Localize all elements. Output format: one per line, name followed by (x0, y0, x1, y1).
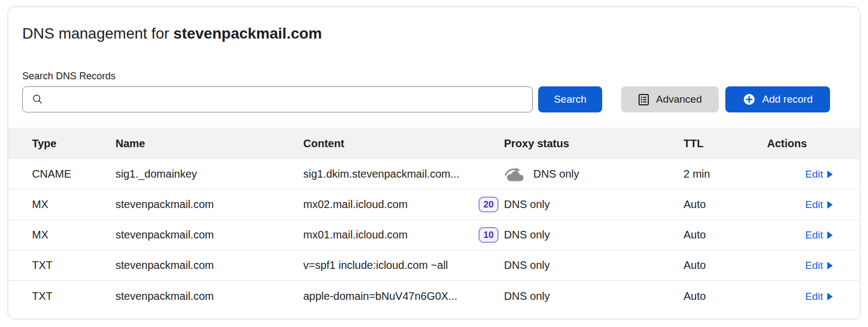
table-body: CNAME sig1._domainkey sig1.dkim.stevenpa… (8, 159, 860, 311)
record-name: stevenpackmail.com (116, 198, 303, 211)
header-proxy-status: Proxy status (504, 137, 675, 150)
edit-label: Edit (805, 260, 823, 272)
page-title-prefix: DNS management for (22, 25, 174, 42)
page-title: DNS management for stevenpackmail.com (22, 24, 846, 43)
record-ttl: Auto (675, 198, 760, 211)
search-button[interactable]: Search (538, 86, 602, 112)
search-section: Search DNS Records Search (8, 70, 860, 112)
header-content: Content (303, 137, 504, 150)
dns-management-card: DNS management for stevenpackmail.com Se… (8, 7, 860, 319)
proxy-status-label: DNS only (504, 229, 550, 241)
record-content: mx02.mail.icloud.com (303, 198, 478, 211)
list-document-icon (638, 93, 649, 106)
edit-label: Edit (805, 168, 823, 180)
edit-label: Edit (805, 291, 823, 303)
proxy-status-label: DNS only (504, 259, 550, 272)
proxy-status-cell: DNS only (504, 290, 675, 303)
table-row: TXT stevenpackmail.com apple-domain=bNuV… (8, 281, 860, 311)
proxy-status-cell: DNS only (504, 259, 675, 272)
edit-arrow-icon (827, 293, 833, 300)
edit-arrow-icon (827, 201, 833, 209)
proxy-status-label: DNS only (504, 290, 550, 303)
plus-circle-icon (743, 93, 756, 106)
search-box[interactable] (22, 86, 533, 112)
add-record-button-label: Add record (762, 93, 813, 105)
table-row: MX stevenpackmail.com mx02.mail.icloud.c… (8, 190, 860, 220)
proxy-status-cell: DNS only (504, 198, 675, 211)
record-ttl: Auto (675, 290, 760, 303)
edit-link[interactable]: Edit (805, 199, 833, 211)
proxy-status-cell: DNS only (504, 167, 675, 182)
header-actions: Actions (760, 137, 833, 150)
record-type: TXT (32, 259, 116, 272)
advanced-button[interactable]: Advanced (621, 86, 719, 112)
dns-only-cloud-icon (504, 167, 526, 182)
edit-arrow-icon (827, 231, 833, 239)
record-name: stevenpackmail.com (116, 290, 303, 303)
edit-arrow-icon (827, 262, 833, 269)
edit-link[interactable]: Edit (805, 260, 833, 272)
edit-link[interactable]: Edit (805, 229, 833, 241)
search-icon (31, 93, 43, 105)
table-header-row: Type Name Content Proxy status TTL Actio… (8, 128, 860, 159)
edit-label: Edit (805, 229, 823, 241)
proxy-status-label: DNS only (504, 198, 550, 211)
table-row: MX stevenpackmail.com mx01.mail.icloud.c… (8, 220, 860, 250)
record-name: stevenpackmail.com (116, 229, 303, 241)
record-content: apple-domain=bNuV47n6G0X... (303, 290, 502, 303)
record-type: MX (32, 198, 116, 211)
record-content: mx01.mail.icloud.com (303, 229, 478, 241)
table-row: CNAME sig1._domainkey sig1.dkim.stevenpa… (8, 159, 860, 190)
record-ttl: 2 min (675, 168, 760, 180)
edit-label: Edit (805, 199, 823, 211)
mx-priority-badge: 20 (478, 197, 499, 212)
record-type: CNAME (32, 168, 116, 180)
advanced-button-label: Advanced (656, 93, 702, 105)
page-title-domain: stevenpackmail.com (174, 25, 322, 42)
record-name: sig1._domainkey (116, 168, 303, 180)
proxy-status-label: DNS only (533, 168, 579, 180)
record-content: v=spf1 include:icloud.com ~all (303, 259, 502, 272)
dns-records-table: Type Name Content Proxy status TTL Actio… (8, 128, 860, 311)
proxy-status-cell: DNS only (504, 229, 675, 241)
header-ttl: TTL (675, 137, 760, 150)
edit-link[interactable]: Edit (805, 291, 833, 303)
mx-priority-badge: 10 (478, 227, 499, 243)
record-content: sig1.dkim.stevenpackmail.com... (303, 168, 502, 180)
header-type: Type (32, 137, 116, 150)
search-button-label: Search (554, 93, 586, 105)
record-type: MX (32, 229, 116, 241)
record-ttl: Auto (675, 229, 760, 241)
search-label: Search DNS Records (22, 70, 830, 82)
table-row: TXT stevenpackmail.com v=spf1 include:ic… (8, 250, 860, 281)
search-input[interactable] (50, 93, 525, 106)
record-ttl: Auto (675, 259, 760, 272)
record-type: TXT (32, 290, 116, 303)
header-name: Name (116, 137, 303, 150)
record-name: stevenpackmail.com (116, 259, 303, 272)
add-record-button[interactable]: Add record (725, 86, 830, 112)
edit-link[interactable]: Edit (805, 168, 833, 180)
search-controls: Search Advanced (22, 86, 830, 112)
edit-arrow-icon (827, 171, 833, 178)
